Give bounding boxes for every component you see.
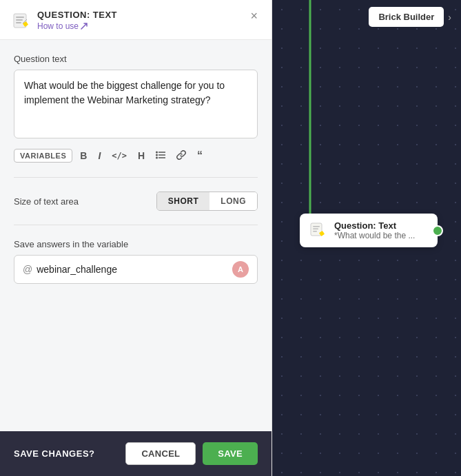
- panel-title: QUESTION: TEXT: [37, 10, 117, 20]
- save-var-section: Save answers in the variable @ A: [14, 239, 258, 284]
- svg-rect-15: [313, 228, 318, 229]
- toolbar-divider: [14, 177, 258, 178]
- list-icon: [156, 151, 165, 159]
- variables-button[interactable]: VARIABLES: [14, 149, 72, 163]
- link-button[interactable]: [173, 148, 189, 163]
- question-text-icon: [11, 11, 30, 30]
- svg-rect-14: [313, 226, 320, 227]
- svg-point-9: [156, 152, 158, 154]
- panel-footer: SAVE CHANGES? CANCEL SAVE: [0, 431, 272, 476]
- panel-header: QUESTION: TEXT How to use ×: [0, 0, 272, 40]
- size-label: Size of text area: [14, 196, 79, 207]
- svg-rect-3: [16, 22, 21, 23]
- code-button[interactable]: </>: [108, 149, 130, 162]
- size-long-button[interactable]: LONG: [209, 192, 257, 210]
- header-left: QUESTION: TEXT How to use: [11, 10, 117, 31]
- footer-buttons: CANCEL SAVE: [125, 442, 258, 465]
- bold-button[interactable]: B: [76, 149, 90, 163]
- svg-rect-16: [313, 231, 317, 232]
- size-divider: [14, 225, 258, 225]
- italic-button[interactable]: I: [94, 149, 104, 163]
- heading-button[interactable]: H: [134, 149, 148, 163]
- chevron-right-icon: ›: [448, 12, 451, 23]
- question-text-label: Question text: [14, 54, 258, 64]
- panel-body: Question text What would be the biggest …: [0, 40, 272, 431]
- right-panel: Brick Builder › Question: Text *What wou…: [272, 0, 461, 476]
- external-link-icon: [81, 23, 88, 30]
- list-button[interactable]: [152, 149, 169, 163]
- var-avatar: A: [232, 261, 249, 278]
- save-changes-label: SAVE CHANGES?: [14, 448, 95, 459]
- quote-button[interactable]: “: [194, 148, 206, 163]
- close-button[interactable]: ×: [247, 10, 260, 22]
- node-connector-dot: [432, 225, 443, 236]
- node-subtitle: *What would be the ...: [334, 231, 415, 240]
- node-question-icon: [309, 222, 327, 240]
- node-card[interactable]: Question: Text *What would be the ...: [300, 214, 438, 247]
- header-title-block: QUESTION: TEXT How to use: [37, 10, 117, 31]
- link-icon: [176, 150, 186, 160]
- var-input-row: @ A: [14, 255, 258, 284]
- svg-rect-1: [16, 17, 24, 18]
- svg-point-10: [156, 154, 158, 156]
- brick-builder-button[interactable]: Brick Builder: [369, 7, 444, 27]
- brick-builder-bar: Brick Builder ›: [359, 0, 461, 34]
- svg-point-11: [156, 157, 158, 159]
- cancel-button[interactable]: CANCEL: [125, 442, 196, 465]
- svg-rect-2: [16, 19, 23, 21]
- size-short-button[interactable]: SHORT: [157, 192, 210, 210]
- size-row: Size of text area SHORT LONG: [14, 192, 258, 211]
- size-toggle: SHORT LONG: [156, 192, 258, 211]
- at-sign: @: [23, 264, 32, 275]
- node-title: Question: Text: [334, 220, 415, 231]
- node-text: Question: Text *What would be the ...: [334, 220, 415, 240]
- save-button[interactable]: SAVE: [203, 442, 258, 465]
- text-toolbar: VARIABLES B I </> H “: [14, 148, 258, 163]
- save-var-label: Save answers in the variable: [14, 239, 258, 249]
- variable-input[interactable]: [37, 264, 232, 275]
- left-panel: QUESTION: TEXT How to use × Question tex…: [0, 0, 272, 476]
- how-to-use-link[interactable]: How to use: [37, 21, 117, 31]
- question-text-input[interactable]: What would be the biggest challenge for …: [14, 70, 258, 138]
